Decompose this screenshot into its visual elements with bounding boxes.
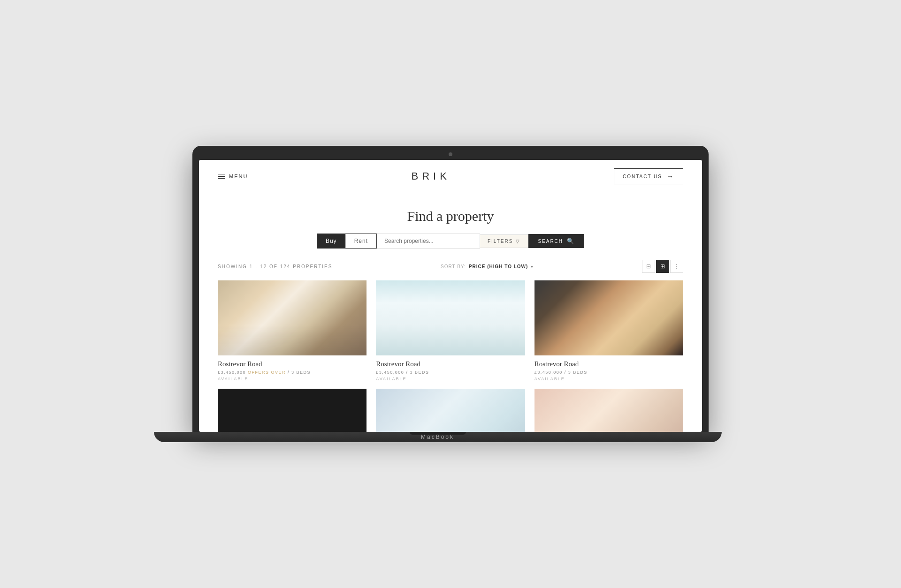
offers-tag: OFFERS OVER — [248, 370, 286, 375]
property-name: Rostrevor Road — [376, 360, 525, 368]
property-card[interactable]: Rostrevor Road £3,450,000 / 3 BEDS AVAIL… — [376, 280, 525, 381]
laptop-notch — [410, 432, 466, 435]
property-photo-dining — [218, 280, 367, 355]
arrow-icon: → — [667, 173, 674, 180]
sort-section: SORT BY: PRICE (HIGH TO LOW) ▾ — [441, 264, 534, 269]
filters-label: FILTERS — [488, 239, 513, 244]
view-toggle-dot[interactable]: ⋮ — [670, 260, 683, 273]
search-button[interactable]: SEARCH 🔍 — [528, 234, 584, 248]
page-title: Find a property — [208, 208, 693, 224]
property-card[interactable] — [534, 389, 683, 432]
property-status: AVAILABLE — [376, 377, 525, 381]
hamburger-icon — [218, 174, 225, 179]
site-header: MENU BRIK CONTACT US → — [199, 160, 702, 193]
results-count: SHOWING 1 - 12 OF 124 PROPERTIES — [218, 264, 332, 269]
property-status: AVAILABLE — [218, 377, 367, 381]
contact-label: CONTACT US — [623, 174, 662, 179]
search-label: SEARCH — [538, 239, 563, 244]
property-photo-loft — [534, 280, 683, 355]
property-image — [376, 389, 525, 432]
property-grid: Rostrevor Road £3,450,000 OFFERS OVER / … — [218, 280, 683, 381]
sort-value[interactable]: PRICE (HIGH TO LOW) — [469, 264, 528, 269]
property-photo-interior2 — [534, 389, 683, 432]
property-price: £3,450,000 — [218, 370, 246, 375]
contact-button[interactable]: CONTACT US → — [614, 168, 683, 184]
laptop-screen: MENU BRIK CONTACT US → Find a property B… — [199, 160, 702, 432]
results-section: SHOWING 1 - 12 OF 124 PROPERTIES SORT BY… — [199, 260, 702, 432]
property-details: £3,450,000 OFFERS OVER / 3 BEDS — [218, 370, 367, 375]
laptop-camera — [449, 152, 452, 156]
property-image — [218, 280, 367, 355]
laptop-body: MENU BRIK CONTACT US → Find a property B… — [192, 146, 709, 432]
tab-rent[interactable]: Rent — [345, 234, 376, 248]
property-image — [534, 389, 683, 432]
view-toggle-small-grid[interactable]: ⊟ — [642, 260, 655, 273]
property-card[interactable]: Rostrevor Road £3,450,000 / 3 BEDS AVAIL… — [534, 280, 683, 381]
property-image — [376, 280, 525, 355]
property-divider: / — [288, 370, 291, 375]
promo-card[interactable]: How much is — [218, 389, 367, 432]
results-header: SHOWING 1 - 12 OF 124 PROPERTIES SORT BY… — [218, 260, 683, 273]
tab-buy[interactable]: Buy — [317, 234, 345, 248]
laptop-frame: MENU BRIK CONTACT US → Find a property B… — [192, 146, 709, 442]
property-beds: 3 BEDS — [410, 370, 429, 375]
view-toggles: ⊟ ⊞ ⋮ — [642, 260, 683, 273]
tab-group: Buy Rent — [317, 234, 377, 249]
property-card[interactable]: Rostrevor Road £3,450,000 OFFERS OVER / … — [218, 280, 367, 381]
laptop-brand-label: MacBook — [421, 434, 454, 440]
search-bar: Buy Rent FILTERS ▽ SEARCH 🔍 — [208, 234, 693, 249]
property-details: £3,450,000 / 3 BEDS — [534, 370, 683, 375]
search-icon: 🔍 — [567, 238, 575, 244]
menu-button[interactable]: MENU — [218, 173, 248, 179]
property-grid-row2: How much is — [218, 389, 683, 432]
property-beds: 3 BEDS — [568, 370, 588, 375]
property-image — [534, 280, 683, 355]
property-photo-interior — [376, 389, 525, 432]
property-divider: / — [565, 370, 568, 375]
view-toggle-grid[interactable]: ⊞ — [656, 260, 669, 273]
sort-label: SORT BY: — [441, 264, 466, 269]
property-price: £3,450,000 — [376, 370, 404, 375]
filter-icon: ▽ — [516, 239, 520, 244]
chevron-down-icon: ▾ — [531, 264, 534, 269]
site-logo: BRIK — [411, 170, 450, 182]
promo-image: How much is — [218, 389, 367, 432]
search-input[interactable] — [377, 234, 480, 249]
property-status: AVAILABLE — [534, 377, 683, 381]
menu-label: MENU — [229, 173, 248, 179]
property-name: Rostrevor Road — [218, 360, 367, 368]
property-photo-kitchen — [376, 280, 525, 355]
hero-section: Find a property Buy Rent FILTERS ▽ SEARC — [199, 193, 702, 260]
promo-photo: How much is — [218, 389, 367, 432]
property-price: £3,450,000 — [534, 370, 563, 375]
property-name: Rostrevor Road — [534, 360, 683, 368]
property-beds: 3 BEDS — [291, 370, 311, 375]
filters-button[interactable]: FILTERS ▽ — [480, 234, 528, 248]
laptop-base: MacBook — [154, 432, 722, 442]
property-details: £3,450,000 / 3 BEDS — [376, 370, 525, 375]
site-wrapper: MENU BRIK CONTACT US → Find a property B… — [199, 160, 702, 432]
property-card[interactable] — [376, 389, 525, 432]
